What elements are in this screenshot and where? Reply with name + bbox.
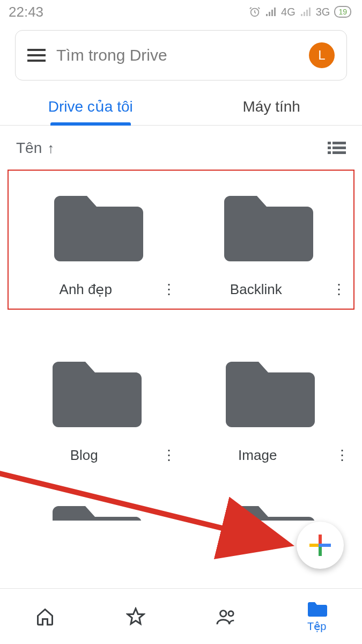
folder-icon [219,499,316,521]
svg-rect-3 [328,147,331,149]
folder-item[interactable]: Blog ⋮ [8,342,181,470]
people-icon [216,607,237,626]
more-icon[interactable]: ⋮ [161,281,177,298]
folder-item[interactable]: Backlink ⋮ [181,176,352,304]
nav-starred[interactable] [91,589,181,644]
battery-indicator: 19 [334,6,351,18]
folder-item[interactable] [181,499,355,521]
folder-icon [307,601,327,618]
more-icon[interactable]: ⋮ [334,447,350,464]
nav-shared[interactable] [181,589,272,644]
svg-rect-4 [333,147,346,149]
star-icon [126,607,145,626]
alarm-icon [249,6,261,18]
list-view-icon[interactable] [328,141,346,156]
svg-rect-9 [319,547,322,556]
search-bar[interactable]: Tìm trong Drive L [15,30,347,80]
status-time: 22:43 [9,4,43,20]
more-icon[interactable]: ⋮ [161,447,177,464]
svg-rect-8 [319,535,322,544]
svg-rect-10 [309,544,319,547]
nav-home[interactable] [0,589,91,644]
nav-files[interactable]: Tệp [271,589,362,644]
folder-name: Backlink [181,281,331,298]
svg-point-14 [228,611,233,616]
folder-icon [46,499,143,521]
svg-point-13 [220,610,226,616]
plus-icon [309,535,331,556]
folder-icon [48,189,144,266]
folder-icon [218,189,314,266]
network-1-label: 4G [281,6,295,18]
arrow-up-icon: ↑ [47,140,54,157]
tab-label: Drive của tôi [48,98,133,115]
menu-icon[interactable] [27,49,46,62]
svg-rect-1 [328,142,331,144]
search-placeholder[interactable]: Tìm trong Drive [56,46,298,64]
tab-computers[interactable]: Máy tính [181,88,363,125]
avatar[interactable]: L [309,42,335,68]
sort-label: Tên [16,140,42,157]
signal-1-icon [265,6,277,17]
folder-icon [46,355,143,432]
status-right: 4G 3G 19 [249,6,351,18]
sort-row: Tên ↑ [0,126,362,162]
svg-rect-11 [322,544,331,547]
avatar-letter: L [318,48,325,63]
svg-rect-2 [333,142,346,144]
folder-item[interactable]: Image ⋮ [181,342,355,470]
folder-item[interactable] [8,499,181,521]
svg-rect-6 [333,151,346,154]
highlight-annotation: Anh đẹp ⋮ Backlink ⋮ [8,170,354,310]
tab-my-drive[interactable]: Drive của tôi [0,88,181,125]
tabs: Drive của tôi Máy tính [0,88,362,126]
fab-add-button[interactable] [297,522,344,569]
more-icon[interactable]: ⋮ [331,281,347,298]
folder-name: Anh đẹp [11,281,161,298]
folder-name: Image [181,447,335,464]
svg-rect-5 [328,151,331,154]
tab-label: Máy tính [243,98,300,115]
bottom-nav: Tệp [0,588,362,644]
sort-button[interactable]: Tên ↑ [16,140,54,157]
folder-name: Blog [8,447,161,464]
network-2-label: 3G [316,6,330,18]
svg-rect-12 [319,544,322,547]
home-icon [35,607,55,626]
folder-icon [219,355,316,432]
folder-item[interactable]: Anh đẹp ⋮ [11,176,181,304]
nav-files-label: Tệp [307,620,326,633]
signal-2-icon [300,6,312,17]
status-bar: 22:43 4G 3G 19 [0,0,362,24]
